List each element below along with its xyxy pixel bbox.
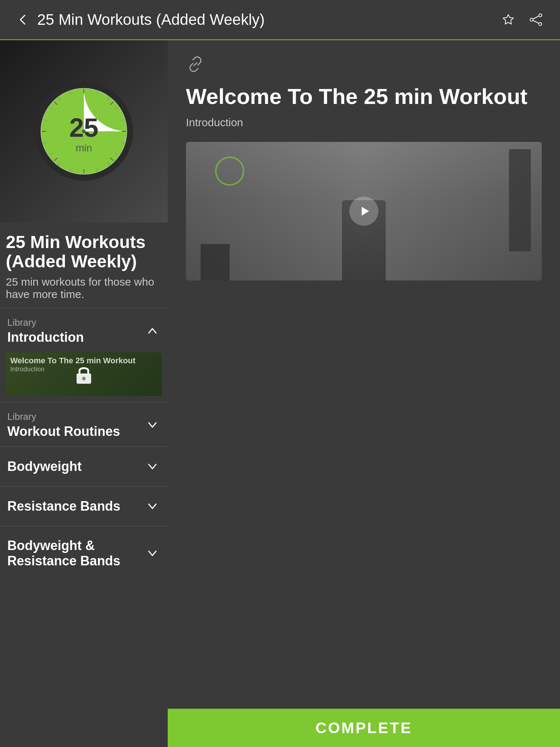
locked-video-thumbnail[interactable]: Welcome To The 25 min Workout Introducti… (6, 352, 162, 396)
svg-line-3 (533, 16, 539, 19)
header-left: 25 Min Workouts (Added Weekly) (15, 11, 265, 28)
svg-point-1 (530, 18, 533, 21)
hero-program-title: 25 Min Workouts (Added Weekly) (6, 233, 162, 271)
svg-point-36 (82, 377, 86, 380)
logo-circle (215, 156, 244, 186)
library-section-workout-routines: Library Workout Routines (0, 402, 168, 446)
complete-label: COMPLETE (315, 719, 412, 737)
lock-overlay (74, 363, 93, 385)
introduction-name: Introduction (7, 330, 84, 345)
bodyweight-label: Bodyweight (7, 459, 82, 474)
svg-text:min: min (75, 142, 92, 154)
bodyweight-resistance-bands-item[interactable]: Bodyweight & Resistance Bands (0, 526, 168, 580)
timer-clock: 25 min (33, 80, 135, 182)
resistance-bands-label: Resistance Bands (7, 499, 120, 514)
bodyweight-resistance-bands-label: Bodyweight & Resistance Bands (7, 538, 144, 569)
hero-text-area: 25 Min Workouts (Added Weekly) 25 min wo… (0, 222, 168, 308)
workout-routines-header[interactable]: Library Workout Routines (0, 402, 168, 446)
content-subtitle: Introduction (186, 116, 542, 129)
svg-text:25: 25 (69, 113, 98, 142)
favorite-button[interactable] (499, 10, 518, 29)
bodyweight-resistance-bands-chevron-down-icon (144, 545, 160, 561)
locked-video-info: Welcome To The 25 min Workout Introducti… (10, 356, 136, 373)
workout-routines-header-text: Library Workout Routines (7, 411, 120, 439)
weights-left (201, 244, 230, 280)
content-link-icon[interactable] (186, 55, 542, 75)
bodyweight-chevron-down-icon (144, 458, 160, 475)
left-panel: 25 min 25 Min Workouts (Added Weekly) 25… (0, 40, 168, 747)
content-title: Welcome To The 25 min Workout (186, 84, 542, 109)
right-panel: Welcome To The 25 min Workout Introducti… (168, 40, 560, 747)
workout-routines-chevron-down-icon (144, 417, 160, 433)
lock-icon (74, 363, 93, 385)
resistance-bands-item[interactable]: Resistance Bands (0, 486, 168, 526)
bodyweight-item[interactable]: Bodyweight (0, 446, 168, 486)
video-player[interactable] (186, 142, 542, 280)
hero-image: 25 min (0, 40, 168, 222)
header: 25 Min Workouts (Added Weekly) (0, 0, 560, 40)
locked-video-subtitle: Introduction (10, 365, 136, 373)
introduction-header[interactable]: Library Introduction (0, 308, 168, 352)
header-icons (499, 10, 545, 29)
share-button[interactable] (526, 10, 545, 29)
introduction-header-text: Library Introduction (7, 317, 84, 345)
complete-button[interactable]: COMPLETE (168, 709, 560, 747)
main-layout: 25 min 25 Min Workouts (Added Weekly) 25… (0, 40, 560, 747)
rack-right (509, 149, 531, 251)
introduction-content: Welcome To The 25 min Workout Introducti… (0, 352, 168, 402)
header-title: 25 Min Workouts (Added Weekly) (37, 11, 265, 28)
svg-point-2 (539, 23, 542, 26)
play-button[interactable] (349, 197, 378, 226)
workout-routines-library-label: Library (7, 411, 120, 422)
resistance-bands-chevron-down-icon (144, 498, 160, 514)
svg-marker-37 (362, 207, 369, 216)
back-button[interactable] (15, 12, 31, 28)
hero-program-subtitle: 25 min workouts for those who have more … (6, 276, 162, 301)
svg-point-0 (539, 14, 542, 17)
library-section-introduction: Library Introduction Welcome To The 25 m… (0, 308, 168, 402)
locked-video-title: Welcome To The 25 min Workout (10, 356, 136, 365)
introduction-library-label: Library (7, 317, 84, 328)
svg-line-4 (533, 20, 539, 23)
workout-routines-name: Workout Routines (7, 424, 120, 439)
introduction-chevron-up-icon (144, 323, 160, 339)
library-sections: Library Introduction Welcome To The 25 m… (0, 308, 168, 747)
svg-point-34 (82, 129, 86, 133)
